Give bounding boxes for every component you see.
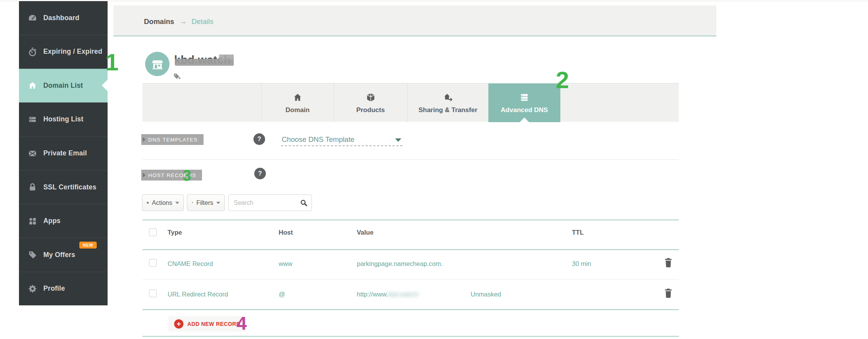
record-value-redacted: kbd.watch/ — [388, 291, 419, 298]
host-records-help-icon[interactable]: ? — [254, 168, 266, 179]
sidebar-item-label: Hosting List — [43, 115, 84, 123]
table-top-border — [142, 220, 679, 220]
envelope-icon — [27, 148, 38, 158]
search-icon[interactable] — [300, 199, 308, 207]
redaction-bar-small — [219, 55, 234, 60]
apps-grid-icon — [27, 216, 38, 226]
sidebar-item-expiring-expired[interactable]: Expiring / Expired — [19, 35, 108, 69]
house-transfer-icon — [443, 92, 454, 103]
sidebar-item-dashboard[interactable]: Dashboard — [19, 1, 108, 35]
house-icon — [27, 80, 38, 90]
package-box-icon — [365, 92, 376, 103]
top-divider — [0, 1, 868, 1]
sidebar-item-my-offers[interactable]: My Offers NEW — [19, 238, 108, 272]
column-header-value: Value — [357, 229, 373, 236]
record-host: @ — [279, 291, 285, 298]
dropdown-dashed-underline — [281, 145, 402, 146]
row-divider — [142, 279, 679, 279]
tab-advanced-dns[interactable]: Advanced DNS — [488, 83, 560, 122]
breadcrumb: Domains → Details — [144, 17, 213, 26]
breadcrumb-details: Details — [192, 17, 214, 26]
search-box — [228, 194, 312, 211]
record-type: CNAME Record — [168, 260, 213, 267]
dns-templates-ribbon: DNS TEMPLATES — [141, 134, 204, 145]
question-mark: ? — [258, 170, 262, 177]
filters-label: Filters — [196, 199, 213, 206]
add-new-record-label: ADD NEW RECORD — [187, 321, 240, 327]
sidebar-item-domain-list[interactable]: Domain List — [19, 69, 108, 103]
record-type: URL Redirect Record — [168, 291, 228, 298]
chevron-down-icon — [175, 202, 179, 204]
row-checkbox[interactable] — [149, 259, 157, 267]
tab-label: Domain — [286, 106, 310, 114]
sidebar-item-apps[interactable]: Apps — [19, 204, 108, 238]
new-badge: NEW — [79, 242, 97, 249]
dns-templates-label: DNS TEMPLATES — [148, 137, 198, 143]
sidebar-item-profile[interactable]: Profile — [19, 272, 108, 306]
sidebar-item-ssl-certificates[interactable]: SSL Certificates — [19, 170, 108, 204]
row-checkbox[interactable] — [149, 290, 157, 297]
sidebar-item-label: My Offers — [43, 251, 75, 259]
redaction-bar — [175, 59, 234, 66]
annotation-2: 2 — [556, 68, 569, 92]
dashboard-gauge-icon — [27, 13, 38, 23]
question-mark: ? — [257, 136, 261, 143]
actions-label: Actions — [152, 199, 172, 206]
sidebar-item-hosting-list[interactable]: Hosting List — [19, 103, 108, 137]
stopwatch-icon — [27, 47, 38, 57]
sidebar-item-label: Profile — [43, 284, 65, 293]
annotation-1: 1 — [105, 50, 118, 74]
annotation-4: 4 — [236, 314, 247, 333]
sidebar-item-private-email[interactable]: Private Email — [19, 136, 108, 170]
sidebar-item-label: SSL Certificates — [43, 183, 96, 191]
column-header-ttl: TTL — [572, 229, 584, 236]
choose-dns-template-dropdown[interactable]: Choose DNS Template — [282, 135, 354, 144]
breadcrumb-domains-link[interactable]: Domains — [144, 17, 174, 26]
page: Dashboard Expiring / Expired Domain List… — [0, 0, 868, 339]
record-value: http://www.kbd.watch/ — [357, 291, 419, 298]
domain-avatar — [145, 52, 169, 76]
tab-label: Advanced DNS — [501, 106, 548, 114]
sidebar-item-label: Expiring / Expired — [43, 48, 102, 56]
tab-products[interactable]: Products — [334, 83, 407, 122]
record-value-prefix: http://www. — [357, 291, 388, 298]
add-tag-icon[interactable] — [173, 72, 182, 81]
storefront-icon — [151, 57, 164, 71]
add-new-record-button[interactable]: + ADD NEW RECORD — [168, 316, 246, 332]
play-circle-icon — [147, 199, 149, 207]
record-mask-type: Unmasked — [471, 291, 501, 298]
search-input[interactable] — [229, 195, 298, 211]
tab-sharing-transfer[interactable]: Sharing & Transfer — [407, 83, 488, 122]
tab-domain[interactable]: Domain — [261, 83, 334, 122]
chevron-down-icon — [216, 202, 220, 204]
top-bar: Domains → Details — [113, 5, 716, 36]
actions-button[interactable]: Actions — [142, 194, 184, 211]
gear-icon — [27, 284, 38, 294]
sidebar-item-label: Dashboard — [43, 14, 79, 22]
sidebar-item-label: Private Email — [43, 149, 87, 157]
dns-templates-help-icon[interactable]: ? — [253, 133, 265, 145]
delete-record-icon[interactable] — [663, 287, 673, 299]
select-all-checkbox[interactable] — [149, 228, 157, 236]
tag-icon — [27, 250, 38, 260]
house-icon — [292, 92, 303, 103]
table-header-border — [142, 249, 679, 250]
funnel-icon — [192, 199, 193, 206]
chevron-down-icon[interactable] — [395, 138, 401, 142]
dns-server-icon — [519, 92, 530, 103]
column-header-host: Host — [279, 229, 293, 236]
domain-tabs: Domain Products Sharing & Transfer Advan… — [142, 83, 679, 122]
lock-icon — [27, 182, 38, 192]
annotation-3: 3 — [183, 168, 191, 183]
record-host: www — [279, 260, 293, 267]
sidebar: Dashboard Expiring / Expired Domain List… — [19, 1, 108, 305]
footer-border — [142, 336, 679, 337]
breadcrumb-arrow: → — [179, 17, 187, 26]
filters-button[interactable]: Filters — [187, 194, 225, 211]
delete-record-icon[interactable] — [663, 257, 673, 268]
sidebar-item-label: Domain List — [43, 82, 83, 90]
record-value: parkingpage.namecheap.com. — [357, 260, 443, 267]
tab-label: Sharing & Transfer — [418, 106, 477, 114]
plus-circle-icon: + — [174, 319, 183, 329]
record-ttl: 30 min — [572, 260, 591, 267]
